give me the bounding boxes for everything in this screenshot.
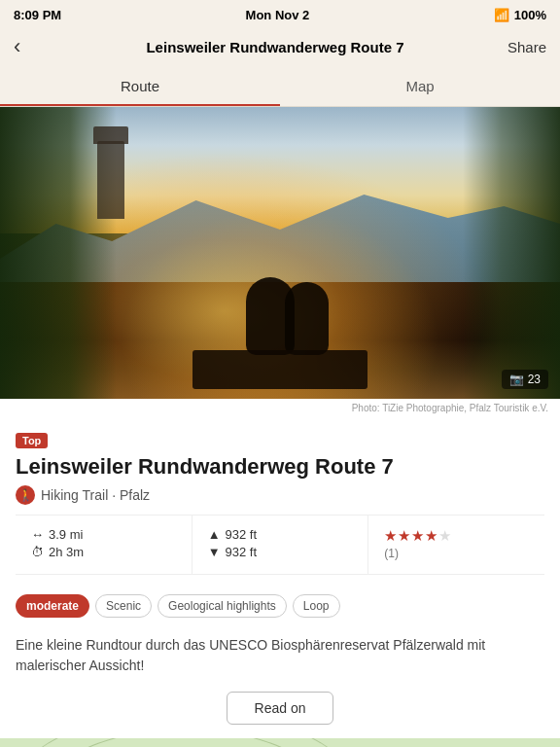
tags-row: moderate Scenic Geological highlights Lo… [0, 585, 560, 627]
tabs: Route Map [0, 68, 560, 107]
back-button[interactable]: ‹ [14, 34, 43, 59]
distance-icon: ↔ [31, 527, 44, 542]
status-bar: 8:09 PM Mon Nov 2 📶 100% [0, 0, 560, 29]
hero-person2 [285, 282, 329, 355]
battery-label: 100% [514, 8, 546, 22]
elevation-up: 932 ft [226, 527, 258, 542]
star-rating: ★★★★★ [384, 527, 529, 545]
rating-count: (1) [384, 547, 529, 560]
distance-value: 3.9 mi [49, 527, 83, 542]
tab-route[interactable]: Route [0, 68, 280, 106]
status-time: 8:09 PM [14, 8, 61, 22]
tag-loop[interactable]: Loop [293, 594, 340, 618]
nav-title: Leinsweiler Rundwanderweg Route 7 [43, 39, 508, 55]
hero-trees-right [463, 107, 560, 399]
hero-image: 📷 23 [0, 107, 560, 399]
route-info: Top Leinsweiler Rundwanderweg Route 7 🚶 … [0, 417, 560, 585]
route-path [0, 738, 560, 747]
tag-geological[interactable]: Geological highlights [158, 594, 287, 618]
top-badge: Top [16, 433, 48, 448]
stat-rating: ★★★★★ (1) [368, 516, 544, 574]
duration-icon: ⏱ [31, 545, 44, 559]
tag-scenic[interactable]: Scenic [95, 594, 152, 618]
share-button[interactable]: Share [508, 39, 546, 55]
hero-tower [97, 141, 124, 219]
nav-bar: ‹ Leinsweiler Rundwanderweg Route 7 Shar… [0, 29, 560, 68]
status-right: 📶 100% [494, 8, 546, 22]
stat-distance-duration: ↔ 3.9 mi ⏱ 2h 3m [16, 516, 192, 574]
elevation-down: 932 ft [226, 545, 258, 559]
map-preview[interactable]: Föhrlenberg 533 m Pfalzer Weinstraße Pfa… [0, 738, 560, 747]
tab-map[interactable]: Map [280, 68, 560, 106]
hiking-icon: 🚶 [16, 485, 35, 505]
stat-elevation: ▲ 932 ft ▼ 932 ft [192, 516, 369, 574]
elev-down-icon: ▼ [208, 545, 221, 559]
photo-count[interactable]: 📷 23 [502, 370, 548, 389]
route-subtitle: 🚶 Hiking Trail · Pfalz [16, 485, 544, 505]
status-date: Mon Nov 2 [246, 8, 310, 22]
elev-up-icon: ▲ [208, 527, 221, 542]
camera-icon: 📷 [509, 373, 524, 386]
description: Eine kleine Rundtour durch das UNESCO Bi… [0, 627, 560, 686]
route-title: Leinsweiler Rundwanderweg Route 7 [16, 454, 544, 480]
photo-credit: Photo: TiZie Photographie, Pfalz Tourist… [0, 399, 560, 417]
read-on-button[interactable]: Read on [227, 692, 334, 725]
hero-bench [192, 350, 368, 389]
tag-moderate[interactable]: moderate [16, 594, 89, 618]
wifi-icon: 📶 [494, 8, 509, 22]
duration-value: 2h 3m [49, 545, 84, 559]
stats-row: ↔ 3.9 mi ⏱ 2h 3m ▲ 932 ft ▼ 932 ft ★★★★★… [16, 515, 544, 575]
